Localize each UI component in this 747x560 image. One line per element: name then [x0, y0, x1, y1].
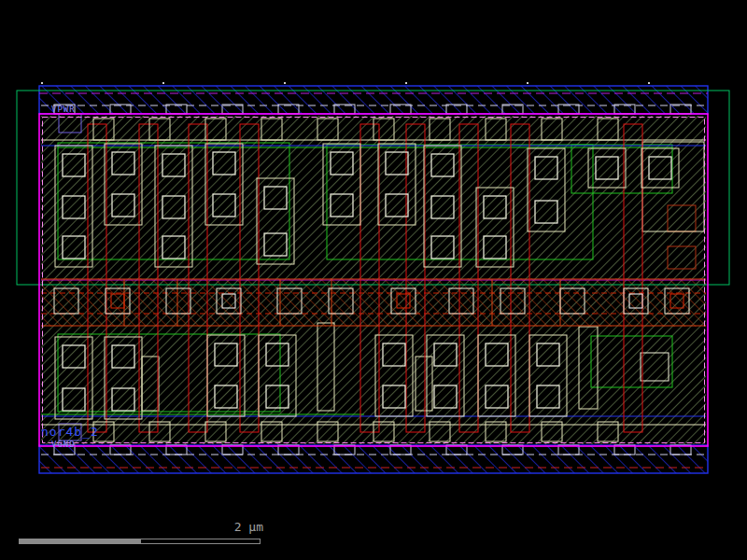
cell-name-label: nor4b_2	[41, 426, 99, 438]
origin-marker-dot	[648, 82, 650, 84]
vgnd-port-label: VGND	[51, 441, 76, 449]
layout-viewer-window: VPWR VGND nor4b_2 2 µm	[0, 0, 747, 560]
origin-marker-dot	[162, 82, 164, 84]
vpwr-port-label: VPWR	[51, 105, 76, 114]
scale-ruler-text: 2 µm	[220, 521, 263, 533]
origin-marker-dot	[405, 82, 407, 84]
layout-canvas[interactable]	[0, 0, 747, 560]
origin-marker-dot	[284, 82, 286, 84]
origin-marker-dot	[527, 82, 529, 84]
origin-marker-dot	[41, 82, 43, 84]
li-band-crosshatch	[41, 278, 706, 327]
scale-ruler-outline-segment	[140, 539, 261, 544]
vgnd-rail	[39, 445, 708, 473]
scale-ruler-filled-segment	[19, 539, 140, 544]
